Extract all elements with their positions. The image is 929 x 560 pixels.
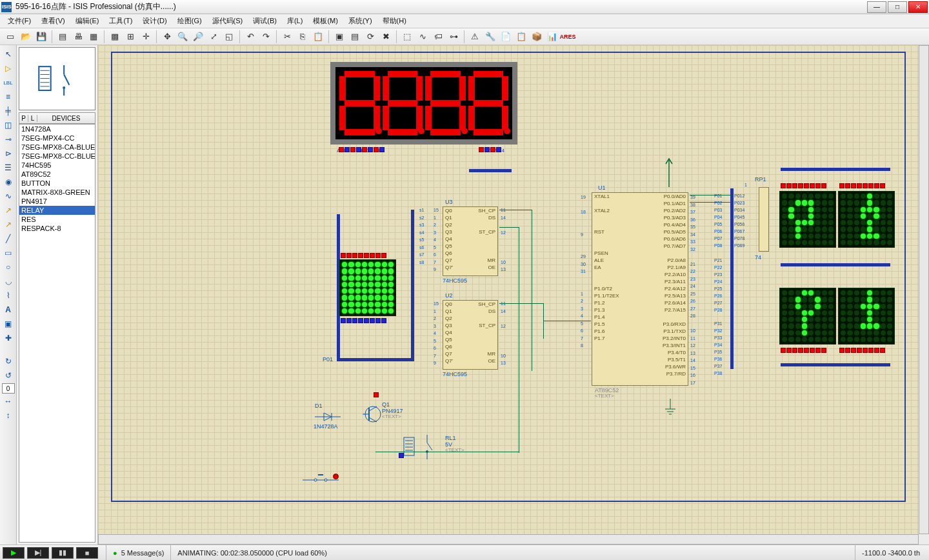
horizontal-scrollbar[interactable] bbox=[98, 534, 919, 545]
subcircuit-tool-icon[interactable]: ◫ bbox=[1, 119, 15, 132]
device-list-item[interactable]: 7SEG-MPX4-CC bbox=[19, 134, 95, 143]
net-icon[interactable]: ⊶ bbox=[446, 30, 461, 44]
zoom-fit-icon[interactable]: ⤢ bbox=[206, 30, 221, 44]
cut-icon[interactable]: ✂ bbox=[280, 30, 294, 44]
device-list-item[interactable]: PN4917 bbox=[19, 197, 95, 206]
pick-icon[interactable]: ⬚ bbox=[400, 30, 414, 44]
rotation-value-input[interactable]: 0 bbox=[2, 383, 15, 394]
schematic-canvas[interactable]: ABCDEFG DP 1234 Q0SH_CPQ1DSQ2Q3ST_CPQ4Q5… bbox=[98, 45, 919, 534]
window-minimize-button[interactable]: — bbox=[867, 1, 886, 13]
led-matrix-top-left[interactable] bbox=[779, 191, 836, 248]
u3-74hc595[interactable]: Q0SH_CPQ1DSQ2Q3ST_CPQ4Q5Q6Q7MRQ7'OE bbox=[443, 206, 498, 276]
led-matrix-top-right[interactable] bbox=[838, 191, 895, 248]
block-rotate-icon[interactable]: ⟳ bbox=[363, 30, 377, 44]
page-setup-icon[interactable]: ▤ bbox=[55, 30, 70, 44]
u1-at89c52[interactable]: XTAL1P0.0/AD0P0.1/AD1XTAL2P0.2/AD2P0.3/A… bbox=[592, 192, 688, 386]
led-matrix-bottom-left[interactable] bbox=[779, 288, 836, 345]
generator-tool-icon[interactable]: ∿ bbox=[1, 190, 15, 203]
rl1-relay-icon[interactable] bbox=[401, 432, 443, 461]
mirror-v-icon[interactable]: ↕ bbox=[1, 409, 15, 422]
grid-icon[interactable]: ▩ bbox=[108, 30, 122, 44]
menu-help[interactable]: 帮助(H) bbox=[377, 15, 412, 27]
redo-icon[interactable]: ↷ bbox=[259, 30, 273, 44]
device-list-item[interactable]: RES bbox=[19, 215, 95, 224]
undo-icon[interactable]: ↶ bbox=[243, 30, 257, 44]
device-list-item[interactable]: BUTTON bbox=[19, 179, 95, 188]
menu-view[interactable]: 查看(V) bbox=[36, 15, 70, 27]
device-list-item[interactable]: 1N4728A bbox=[19, 125, 95, 134]
device-list-item[interactable]: 7SEG-MPX8-CC-BLUE bbox=[19, 152, 95, 161]
bom-icon[interactable]: 📋 bbox=[514, 30, 528, 44]
device-list-item[interactable]: 74HC595 bbox=[19, 161, 95, 170]
probe-v-tool-icon[interactable]: ↗ bbox=[1, 204, 15, 217]
line-tool-icon[interactable]: ╱ bbox=[1, 232, 15, 245]
terminal-tool-icon[interactable]: ⊸ bbox=[1, 133, 15, 146]
mirror-h-icon[interactable]: ↔ bbox=[1, 395, 15, 408]
arc-tool-icon[interactable]: ◡ bbox=[1, 275, 15, 288]
block-move-icon[interactable]: ▤ bbox=[348, 30, 362, 44]
led-matrix-left[interactable] bbox=[339, 259, 396, 316]
q1-transistor-icon[interactable] bbox=[363, 401, 382, 427]
rect-tool-icon[interactable]: ▭ bbox=[1, 246, 15, 259]
grid-fine-icon[interactable]: ⊞ bbox=[123, 30, 137, 44]
menu-template[interactable]: 模板(M) bbox=[308, 15, 343, 27]
select-tool-icon[interactable]: ↖ bbox=[1, 48, 15, 61]
menu-tool[interactable]: 工具(T) bbox=[104, 15, 137, 27]
path-tool-icon[interactable]: ⌇ bbox=[1, 289, 15, 302]
device-list-item[interactable]: 7SEG-MPX8-CA-BLUE bbox=[19, 143, 95, 152]
led-matrix-bottom-right[interactable] bbox=[838, 288, 895, 345]
wire-label-icon[interactable]: 🏷 bbox=[431, 30, 445, 44]
menu-design[interactable]: 设计(D) bbox=[137, 15, 172, 27]
plus-tool-icon[interactable]: ✚ bbox=[1, 332, 15, 345]
probe-i-tool-icon[interactable]: ↗ bbox=[1, 218, 15, 231]
copy-icon[interactable]: ⎘ bbox=[295, 30, 310, 44]
menu-edit[interactable]: 编辑(E) bbox=[70, 15, 105, 27]
component-tool-icon[interactable]: ▷ bbox=[1, 62, 15, 75]
window-maximize-button[interactable]: □ bbox=[888, 1, 907, 13]
play-button[interactable]: ▶ bbox=[3, 547, 25, 559]
label-tool-icon[interactable]: LBL bbox=[1, 76, 15, 89]
open-file-icon[interactable]: 📂 bbox=[19, 30, 33, 44]
bus-tool-icon[interactable]: ╪ bbox=[1, 105, 15, 117]
text-tool-icon[interactable]: ≡ bbox=[1, 90, 15, 103]
pause-button[interactable]: ▮▮ bbox=[52, 547, 74, 559]
device-list-item[interactable]: MATRIX-8X8-GREEN bbox=[19, 188, 95, 197]
device-list-item[interactable]: RESPACK-8 bbox=[19, 224, 95, 233]
origin-icon[interactable]: ✛ bbox=[139, 30, 153, 44]
paste-icon[interactable]: 📋 bbox=[311, 30, 325, 44]
netlist-icon[interactable]: 📄 bbox=[499, 30, 513, 44]
zoom-out-icon[interactable]: 🔎 bbox=[191, 30, 205, 44]
stop-button[interactable]: ■ bbox=[76, 547, 98, 559]
circle-tool-icon[interactable]: ○ bbox=[1, 261, 15, 274]
zoom-in-icon[interactable]: 🔍 bbox=[175, 30, 190, 44]
ares-icon[interactable]: ARES bbox=[561, 30, 575, 44]
seven-segment-display[interactable]: ABCDEFG DP 1234 bbox=[330, 62, 517, 145]
graph-tool-icon[interactable]: ☰ bbox=[1, 161, 15, 174]
zoom-region-icon[interactable]: ◱ bbox=[222, 30, 236, 44]
package-icon[interactable]: 📦 bbox=[530, 30, 544, 44]
wire-tool-icon[interactable]: ∿ bbox=[415, 30, 430, 44]
menu-draw[interactable]: 绘图(G) bbox=[172, 15, 207, 27]
text2-tool-icon[interactable]: A bbox=[1, 303, 15, 316]
d1-diode-icon[interactable] bbox=[314, 409, 342, 425]
menu-debug[interactable]: 调试(B) bbox=[248, 15, 282, 27]
rotate-cw-icon[interactable]: ↻ bbox=[1, 355, 15, 368]
rp1-respack[interactable] bbox=[759, 187, 769, 252]
device-list[interactable]: 1N4728A7SEG-MPX4-CC7SEG-MPX8-CA-BLUE7SEG… bbox=[19, 124, 95, 543]
erc-icon[interactable]: ⚠ bbox=[468, 30, 482, 44]
button-actuator-icon[interactable] bbox=[333, 474, 339, 479]
u2-74hc595[interactable]: Q0SH_CPQ1DSQ2Q3ST_CPQ4Q5Q6Q7MRQ7'OE bbox=[443, 300, 498, 370]
menu-source[interactable]: 源代码(S) bbox=[207, 15, 248, 27]
device-list-item[interactable]: AT89C52 bbox=[19, 170, 95, 179]
save-icon[interactable]: 💾 bbox=[34, 30, 48, 44]
tape-tool-icon[interactable]: ◉ bbox=[1, 175, 15, 188]
report-icon[interactable]: 📊 bbox=[545, 30, 559, 44]
print-icon[interactable]: 🖶 bbox=[71, 30, 85, 44]
pan-icon[interactable]: ✥ bbox=[160, 30, 174, 44]
device-list-item[interactable]: RELAY bbox=[19, 206, 95, 215]
region-icon[interactable]: ▦ bbox=[86, 30, 101, 44]
menu-library[interactable]: 库(L) bbox=[282, 15, 308, 27]
new-file-icon[interactable]: ▭ bbox=[3, 30, 17, 44]
vertical-scrollbar[interactable] bbox=[919, 45, 929, 534]
block-copy-icon[interactable]: ▣ bbox=[332, 30, 346, 44]
